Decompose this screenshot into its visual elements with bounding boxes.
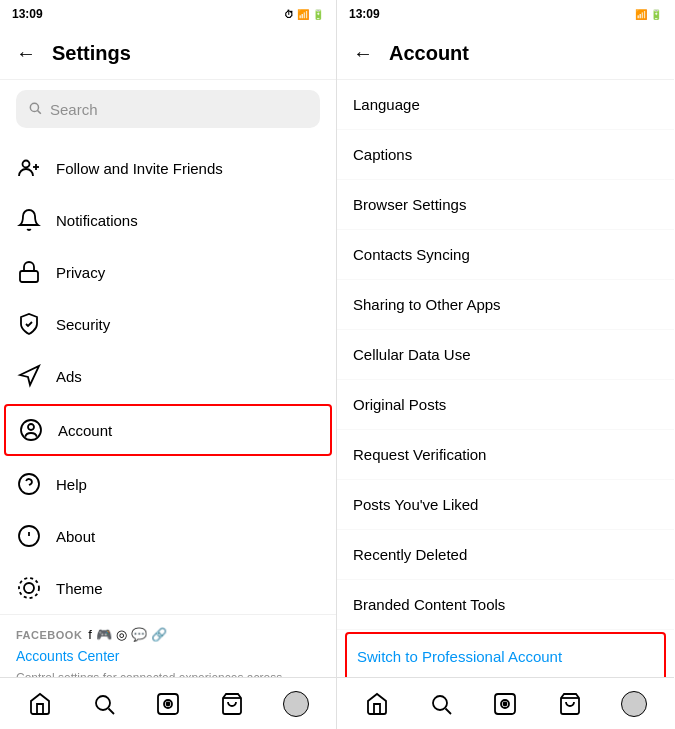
back-button-right[interactable]: ← bbox=[353, 42, 373, 65]
bottom-nav-left bbox=[0, 677, 336, 729]
status-bar-left: 13:09 ⏱ 📶 🔋 bbox=[0, 0, 336, 28]
nav-search-left[interactable] bbox=[84, 684, 124, 724]
security-label: Security bbox=[56, 316, 110, 333]
nav-profile-left[interactable] bbox=[276, 684, 316, 724]
account-item-branded[interactable]: Branded Content Tools bbox=[337, 580, 674, 630]
svg-point-7 bbox=[28, 424, 34, 430]
accounts-center-link[interactable]: Accounts Center bbox=[16, 648, 320, 664]
facebook-header: FACEBOOK f 🎮 ◎ 💬 🔗 bbox=[16, 627, 320, 642]
svg-rect-5 bbox=[20, 271, 38, 282]
right-panel: 13:09 📶 🔋 ← Account Language Captions Br… bbox=[337, 0, 674, 729]
settings-item-account[interactable]: Account bbox=[4, 404, 332, 456]
nav-shop-left[interactable] bbox=[212, 684, 252, 724]
account-item-cellular[interactable]: Cellular Data Use bbox=[337, 330, 674, 380]
status-bar-right: 13:09 📶 🔋 bbox=[337, 0, 674, 28]
fb-icon2: 🎮 bbox=[96, 627, 112, 642]
fb-social-icons: f 🎮 ◎ 💬 🔗 bbox=[88, 627, 167, 642]
time-right: 13:09 bbox=[349, 7, 380, 21]
account-item-original[interactable]: Original Posts bbox=[337, 380, 674, 430]
time-left: 13:09 bbox=[12, 7, 43, 21]
theme-icon bbox=[16, 575, 42, 601]
lock-icon bbox=[16, 259, 42, 285]
svg-line-1 bbox=[38, 110, 41, 113]
account-list: Language Captions Browser Settings Conta… bbox=[337, 80, 674, 677]
svg-line-22 bbox=[446, 708, 452, 714]
settings-item-help[interactable]: Help bbox=[0, 458, 336, 510]
about-label: About bbox=[56, 528, 95, 545]
svg-point-2 bbox=[23, 161, 30, 168]
right-header: ← Account bbox=[337, 28, 674, 80]
settings-list: Follow and Invite Friends Notifications … bbox=[0, 138, 336, 677]
ads-icon bbox=[16, 363, 42, 389]
nav-reels-right[interactable] bbox=[485, 684, 525, 724]
settings-item-ads[interactable]: Ads bbox=[0, 350, 336, 402]
svg-point-25 bbox=[504, 702, 507, 705]
left-panel: 13:09 ⏱ 📶 🔋 ← Settings Search bbox=[0, 0, 337, 729]
help-icon bbox=[16, 471, 42, 497]
account-item-contacts[interactable]: Contacts Syncing bbox=[337, 230, 674, 280]
account-item-switch-pro[interactable]: Switch to Professional Account bbox=[345, 632, 666, 677]
shield-icon bbox=[16, 311, 42, 337]
nav-shop-right[interactable] bbox=[550, 684, 590, 724]
ads-label: Ads bbox=[56, 368, 82, 385]
ig-icon: ◎ bbox=[116, 627, 127, 642]
facebook-desc: Control settings for connected experienc… bbox=[16, 670, 320, 677]
svg-point-15 bbox=[96, 696, 110, 710]
account-item-verification[interactable]: Request Verification bbox=[337, 430, 674, 480]
svg-point-13 bbox=[24, 583, 34, 593]
right-header-title: Account bbox=[389, 42, 469, 65]
notifications-label: Notifications bbox=[56, 212, 138, 229]
settings-item-follow[interactable]: Follow and Invite Friends bbox=[0, 142, 336, 194]
wa-icon: 💬 bbox=[131, 627, 147, 642]
fb-icon: f bbox=[88, 627, 92, 642]
bell-icon bbox=[16, 207, 42, 233]
account-item-browser[interactable]: Browser Settings bbox=[337, 180, 674, 230]
help-label: Help bbox=[56, 476, 87, 493]
svg-point-19 bbox=[167, 702, 170, 705]
settings-item-theme[interactable]: Theme bbox=[0, 562, 336, 614]
nav-reels-left[interactable] bbox=[148, 684, 188, 724]
nav-home-left[interactable] bbox=[20, 684, 60, 724]
svg-point-14 bbox=[19, 578, 39, 598]
facebook-label: FACEBOOK bbox=[16, 629, 82, 641]
svg-line-16 bbox=[109, 708, 115, 714]
follow-label: Follow and Invite Friends bbox=[56, 160, 223, 177]
privacy-label: Privacy bbox=[56, 264, 105, 281]
about-icon bbox=[16, 523, 42, 549]
search-bar[interactable]: Search bbox=[16, 90, 320, 128]
search-placeholder: Search bbox=[50, 101, 98, 118]
search-icon bbox=[28, 101, 42, 118]
account-item-deleted[interactable]: Recently Deleted bbox=[337, 530, 674, 580]
account-item-captions[interactable]: Captions bbox=[337, 130, 674, 180]
account-item-liked[interactable]: Posts You've Liked bbox=[337, 480, 674, 530]
account-label: Account bbox=[58, 422, 112, 439]
nav-profile-right[interactable] bbox=[614, 684, 654, 724]
left-header: ← Settings bbox=[0, 28, 336, 80]
bottom-nav-right bbox=[337, 677, 674, 729]
left-header-title: Settings bbox=[52, 42, 131, 65]
account-item-language[interactable]: Language bbox=[337, 80, 674, 130]
nav-home-right[interactable] bbox=[357, 684, 397, 724]
svg-point-21 bbox=[433, 696, 447, 710]
link-icon: 🔗 bbox=[151, 627, 167, 642]
svg-point-0 bbox=[30, 103, 38, 111]
svg-point-8 bbox=[19, 474, 39, 494]
account-item-sharing[interactable]: Sharing to Other Apps bbox=[337, 280, 674, 330]
theme-label: Theme bbox=[56, 580, 103, 597]
back-button-left[interactable]: ← bbox=[16, 42, 36, 65]
settings-item-notifications[interactable]: Notifications bbox=[0, 194, 336, 246]
follow-icon bbox=[16, 155, 42, 181]
facebook-section: FACEBOOK f 🎮 ◎ 💬 🔗 Accounts Center Contr… bbox=[0, 614, 336, 677]
status-icons-right: 📶 🔋 bbox=[635, 9, 662, 20]
settings-item-about[interactable]: About bbox=[0, 510, 336, 562]
nav-search-right[interactable] bbox=[421, 684, 461, 724]
settings-item-privacy[interactable]: Privacy bbox=[0, 246, 336, 298]
account-icon bbox=[18, 417, 44, 443]
status-icons-left: ⏱ 📶 🔋 bbox=[284, 9, 324, 20]
settings-item-security[interactable]: Security bbox=[0, 298, 336, 350]
